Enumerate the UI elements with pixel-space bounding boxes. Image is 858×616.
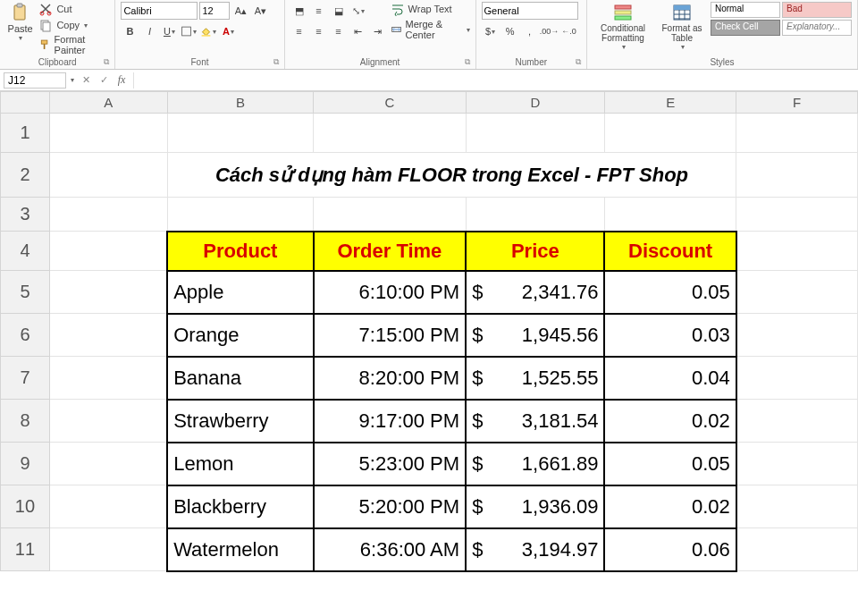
align-bottom-button[interactable]: ⬓	[330, 2, 348, 20]
insert-function-button[interactable]: fx	[114, 72, 130, 89]
cell-E6[interactable]: 0.03	[604, 314, 736, 357]
row-header-10[interactable]: 10	[1, 485, 50, 528]
cell-D11[interactable]: $3,194.97	[466, 528, 604, 571]
cell-D8[interactable]: $3,181.54	[466, 400, 604, 443]
percent-format-button[interactable]: %	[501, 22, 519, 40]
increase-font-button[interactable]: A▴	[231, 2, 249, 20]
cell-F8[interactable]	[736, 400, 858, 443]
paste-button[interactable]: Paste ▾	[5, 2, 35, 42]
cell-F11[interactable]	[736, 528, 858, 571]
cell-E8[interactable]: 0.02	[604, 400, 736, 443]
align-left-button[interactable]: ≡	[290, 22, 308, 40]
border-button[interactable]: ▾	[180, 22, 198, 40]
cell-C11[interactable]: 6:36:00 AM	[314, 528, 467, 571]
cell-C5[interactable]: 6:10:00 PM	[314, 271, 467, 314]
style-explanatory[interactable]: Explanatory...	[782, 20, 852, 36]
cell-D5[interactable]: $2,341.76	[466, 271, 604, 314]
row-header-7[interactable]: 7	[1, 357, 50, 400]
row-header-1[interactable]: 1	[1, 114, 50, 153]
row-header-6[interactable]: 6	[1, 314, 50, 357]
row-header-3[interactable]: 3	[1, 198, 50, 232]
cell-F5[interactable]	[736, 271, 858, 314]
cell-A8[interactable]	[49, 400, 167, 443]
cell-B3[interactable]	[167, 198, 313, 232]
alignment-launcher-icon[interactable]: ⧉	[465, 57, 470, 67]
cell-E1[interactable]	[604, 114, 736, 153]
cell-A3[interactable]	[49, 198, 167, 232]
cell-F6[interactable]	[736, 314, 858, 357]
cell-D9[interactable]: $1,661.89	[466, 443, 604, 485]
cell-F3[interactable]	[736, 198, 858, 232]
cell-A9[interactable]	[49, 443, 167, 485]
cell-F4[interactable]	[736, 232, 858, 271]
cell-B5[interactable]: Apple	[167, 271, 313, 314]
style-normal[interactable]: Normal	[711, 2, 780, 18]
row-header-8[interactable]: 8	[1, 400, 50, 443]
cell-C6[interactable]: 7:15:00 PM	[314, 314, 467, 357]
number-format-select[interactable]	[482, 2, 578, 20]
cell-B11[interactable]: Watermelon	[167, 528, 313, 571]
row-header-4[interactable]: 4	[1, 232, 50, 271]
cell-E11[interactable]: 0.06	[604, 528, 736, 571]
clipboard-launcher-icon[interactable]: ⧉	[104, 57, 109, 67]
col-header-A[interactable]: A	[49, 92, 167, 114]
align-center-button[interactable]: ≡	[310, 22, 328, 40]
align-right-button[interactable]: ≡	[330, 22, 348, 40]
cut-button[interactable]: Cut	[38, 2, 109, 16]
cell-E5[interactable]: 0.05	[604, 271, 736, 314]
cell-C1[interactable]	[314, 114, 467, 153]
bold-button[interactable]: B	[121, 22, 139, 40]
cell-C3[interactable]	[314, 198, 467, 232]
decrease-decimal-button[interactable]: ←.0	[560, 22, 578, 40]
accounting-format-button[interactable]: $▾	[482, 22, 500, 40]
row-header-11[interactable]: 11	[1, 528, 50, 571]
cell-B1[interactable]	[167, 114, 313, 153]
hdr-product[interactable]: Product	[167, 232, 313, 271]
orientation-button[interactable]: ⤡▾	[349, 2, 367, 20]
cell-C8[interactable]: 9:17:00 PM	[314, 400, 467, 443]
col-header-B[interactable]: B	[167, 92, 313, 114]
cell-C10[interactable]: 5:20:00 PM	[314, 485, 467, 528]
increase-indent-button[interactable]: ⇥	[369, 22, 387, 40]
cell-C9[interactable]: 5:23:00 PM	[314, 443, 467, 485]
cell-B9[interactable]: Lemon	[167, 443, 313, 485]
cell-B8[interactable]: Strawberry	[167, 400, 313, 443]
title-cell[interactable]: Cách sử dụng hàm FLOOR trong Excel - FPT…	[167, 153, 736, 198]
cell-A7[interactable]	[49, 357, 167, 400]
cell-E9[interactable]: 0.05	[604, 443, 736, 485]
cell-A11[interactable]	[49, 528, 167, 571]
format-painter-button[interactable]: Format Painter	[38, 34, 109, 55]
cell-D10[interactable]: $1,936.09	[466, 485, 604, 528]
style-check-cell[interactable]: Check Cell	[711, 20, 780, 36]
cell-A10[interactable]	[49, 485, 167, 528]
align-middle-button[interactable]: ≡	[310, 2, 328, 20]
enter-formula-button[interactable]: ✓	[96, 72, 112, 89]
cell-E10[interactable]: 0.02	[604, 485, 736, 528]
cell-B7[interactable]: Banana	[167, 357, 313, 400]
cell-D1[interactable]	[466, 114, 604, 153]
format-as-table-button[interactable]: Format as Table▾	[657, 2, 707, 51]
select-all-corner[interactable]	[1, 92, 50, 114]
align-top-button[interactable]: ⬒	[290, 2, 308, 20]
cell-A2[interactable]	[49, 153, 167, 198]
cell-B10[interactable]: Blackberry	[167, 485, 313, 528]
col-header-D[interactable]: D	[466, 92, 604, 114]
hdr-order-time[interactable]: Order Time	[314, 232, 467, 271]
copy-button[interactable]: Copy▾	[38, 18, 109, 32]
cell-D3[interactable]	[466, 198, 604, 232]
cell-A5[interactable]	[49, 271, 167, 314]
cell-D6[interactable]: $1,945.56	[466, 314, 604, 357]
col-header-C[interactable]: C	[314, 92, 467, 114]
spreadsheet[interactable]: A B C D E F 12Cách sử dụng hàm FLOOR tro…	[0, 91, 858, 616]
fill-color-button[interactable]: ▾	[199, 22, 217, 40]
cell-F2[interactable]	[736, 153, 858, 198]
comma-format-button[interactable]: ,	[521, 22, 539, 40]
hdr-price[interactable]: Price	[466, 232, 604, 271]
font-family-select[interactable]	[121, 2, 198, 20]
cell-D7[interactable]: $1,525.55	[466, 357, 604, 400]
cell-B6[interactable]: Orange	[167, 314, 313, 357]
cell-styles-gallery[interactable]: Normal Bad Check Cell Explanatory...	[711, 2, 852, 36]
number-launcher-icon[interactable]: ⧉	[576, 57, 581, 67]
font-size-select[interactable]	[199, 2, 230, 20]
col-header-F[interactable]: F	[736, 92, 858, 114]
